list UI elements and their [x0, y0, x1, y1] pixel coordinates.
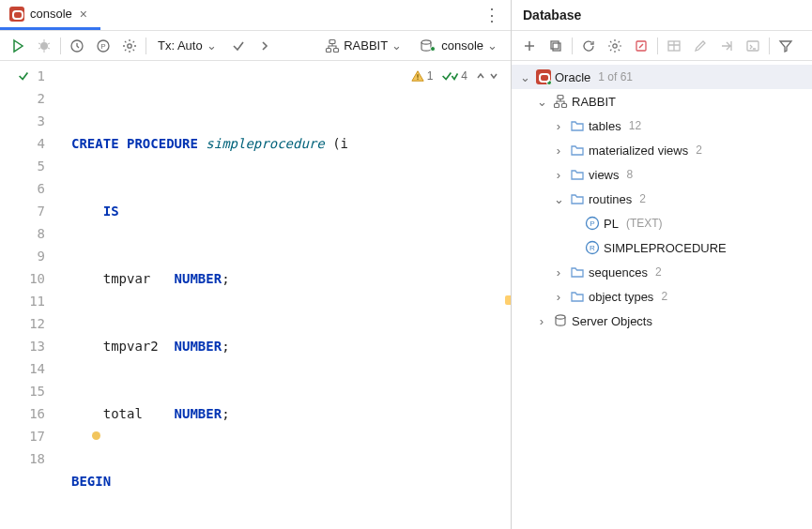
chevron-down-icon: ⌄	[551, 191, 566, 206]
tree-label: SIMPLEPROCEDURE	[604, 241, 727, 255]
svg-point-0	[40, 42, 48, 50]
rollback-button[interactable]	[254, 36, 275, 56]
tree-routine-pl[interactable]: PPL(TEXT)	[512, 211, 812, 235]
debug-button[interactable]	[34, 36, 54, 56]
nav-arrows[interactable]	[475, 70, 499, 82]
svg-line-5	[38, 48, 40, 49]
schema-icon	[553, 94, 568, 109]
chevron-down-icon: ⌄	[207, 38, 217, 53]
filter-button[interactable]	[775, 36, 796, 56]
commit-button[interactable]	[228, 36, 249, 56]
jump-button[interactable]	[716, 36, 737, 56]
tree-label: materialized views	[589, 144, 688, 158]
svg-rect-17	[551, 41, 559, 49]
svg-point-19	[613, 43, 617, 47]
svg-text:P: P	[100, 42, 105, 51]
console-button[interactable]	[743, 36, 763, 56]
chevron-down-icon: ⌄	[534, 94, 549, 109]
edit-button[interactable]	[690, 36, 711, 56]
tree-suffix: (TEXT)	[626, 217, 663, 230]
tree-label: views	[589, 168, 620, 182]
tree-folder-objtypes[interactable]: ›object types2	[512, 284, 812, 309]
line-num: 18	[29, 447, 45, 470]
session-label: console	[441, 38, 483, 53]
run-button[interactable]	[8, 36, 28, 56]
problems-widget[interactable]: 1 4	[406, 65, 499, 87]
line-num: 9	[38, 245, 45, 267]
svg-rect-11	[329, 39, 335, 43]
line-num: 5	[38, 155, 45, 177]
tx-label: Tx: Auto	[158, 38, 203, 53]
duplicate-button[interactable]	[545, 36, 566, 56]
tree-server-objects[interactable]: ›Server Objects	[512, 309, 812, 333]
svg-text:P: P	[590, 219, 594, 228]
ok-icon	[17, 69, 30, 83]
schema-icon	[325, 38, 340, 53]
tree-label: sequences	[589, 265, 648, 280]
tab-console[interactable]: console ×	[0, 0, 100, 30]
code-editor[interactable]: 1 2 3 4 5 6 7 8 9 10 11 12 13 14 15 16 1…	[0, 61, 511, 529]
folder-icon	[570, 167, 585, 182]
chevron-down-icon: ⌄	[487, 38, 498, 53]
tx-mode-selector[interactable]: Tx: Auto⌄	[152, 38, 222, 53]
line-num: 12	[29, 312, 45, 335]
schema-selector[interactable]: RABBIT⌄	[319, 38, 407, 53]
chevron-up-icon	[475, 70, 486, 82]
chevron-right-icon: ›	[551, 289, 566, 304]
svg-text:R: R	[590, 244, 595, 252]
tree-count: 2	[639, 192, 646, 205]
tree-schema[interactable]: ⌄ RABBIT	[512, 89, 812, 113]
chevron-right-icon: ›	[551, 118, 566, 133]
tab-more-button[interactable]: ⋮	[474, 0, 511, 30]
code-area[interactable]: 1 4 CREATE PROCEDURE simpleprocedure (i …	[53, 61, 511, 529]
line-num: 14	[29, 357, 45, 380]
add-button[interactable]	[519, 36, 540, 56]
line-num: 2	[38, 87, 45, 110]
session-selector[interactable]: console⌄	[413, 38, 503, 53]
tree-folder-matviews[interactable]: ›materialized views2	[512, 138, 812, 162]
folder-icon	[570, 118, 585, 133]
tree-label: tables	[589, 119, 621, 133]
svg-point-14	[421, 39, 431, 43]
tree-datasource[interactable]: ⌄ Oracle 1 of 61	[512, 65, 812, 89]
tree-label: PL	[604, 217, 619, 231]
ok-count: 4	[461, 65, 467, 87]
close-icon[interactable]: ×	[78, 7, 89, 22]
line-num: 16	[29, 402, 45, 425]
settings-button[interactable]	[605, 36, 625, 56]
tree-folder-views[interactable]: ›views8	[512, 162, 812, 187]
tree-label: RABBIT	[572, 95, 616, 109]
history-button[interactable]	[67, 36, 87, 56]
warning-marker[interactable]	[92, 431, 100, 440]
line-num: 10	[29, 267, 45, 290]
settings-button[interactable]	[119, 36, 140, 56]
svg-point-30	[556, 315, 565, 319]
folder-icon	[570, 289, 585, 304]
oracle-icon	[536, 69, 551, 84]
schema-label: RABBIT	[344, 38, 388, 53]
tree-folder-tables[interactable]: ›tables12	[512, 113, 812, 138]
svg-rect-12	[327, 48, 331, 52]
svg-rect-15	[417, 74, 418, 78]
editor-toolbar: P Tx: Auto⌄ RABBIT⌄ console⌄	[0, 31, 511, 61]
explain-button[interactable]: P	[93, 36, 114, 56]
svg-rect-25	[562, 104, 567, 108]
table-view-button[interactable]	[664, 36, 684, 56]
tree-label: object types	[589, 290, 653, 304]
check-icon	[451, 69, 458, 83]
tree-folder-routines[interactable]: ⌄routines2	[512, 187, 812, 211]
folder-icon	[570, 143, 585, 158]
chevron-right-icon: ›	[551, 167, 566, 182]
database-tree[interactable]: ⌄ Oracle 1 of 61 ⌄ RABBIT ›tables12 ›mat…	[512, 61, 812, 337]
line-num: 11	[29, 290, 45, 312]
svg-line-6	[48, 48, 50, 49]
svg-line-4	[48, 43, 50, 44]
tree-routine-simpleprocedure[interactable]: RSIMPLEPROCEDURE	[512, 235, 812, 260]
stop-button[interactable]	[631, 36, 651, 56]
oracle-icon	[9, 7, 24, 22]
tree-count: 2	[696, 144, 702, 157]
tree-count: 8	[627, 168, 634, 181]
chevron-right-icon: ›	[551, 264, 566, 280]
tree-folder-sequences[interactable]: ›sequences2	[512, 260, 812, 284]
refresh-button[interactable]	[578, 36, 599, 56]
